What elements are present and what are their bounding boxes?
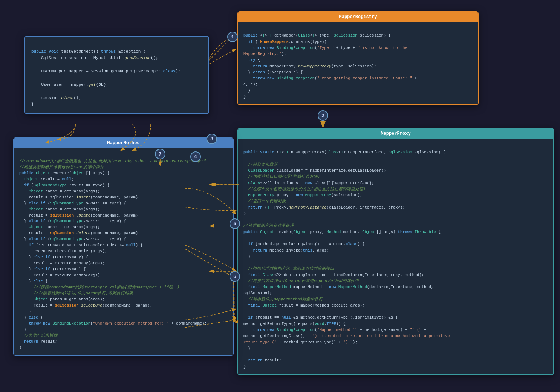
mapper-method-body: //commandName为:接口全限定名.方法名,此时为"com.toby.m…	[14, 148, 233, 355]
circle-2: 2	[318, 110, 328, 121]
mapper-proxy-body: public static <T> T newMapperProxy(Class…	[238, 139, 553, 374]
circle-6: 6	[230, 271, 240, 282]
diagram-container: public void testGetObject() throws Excep…	[0, 0, 560, 392]
mapper-registry-header: MapperRegistry	[238, 12, 478, 22]
test-code-box: public void testGetObject() throws Excep…	[24, 36, 209, 114]
circle-3: 3	[207, 134, 217, 144]
mapper-proxy-header: MapperProxy	[238, 129, 553, 139]
circle-4: 4	[190, 151, 201, 162]
mapper-method-box: MapperMethod //commandName为:接口全限定名.方法名,此…	[13, 137, 234, 356]
svg-line-2	[209, 49, 236, 64]
circle-1: 1	[227, 32, 238, 42]
mapper-proxy-box: MapperProxy public static <T> T newMappe…	[237, 128, 554, 375]
circle-5: 5	[230, 218, 240, 229]
mapper-method-header: MapperMethod	[14, 138, 233, 148]
svg-line-5	[234, 279, 234, 322]
mapper-registry-body: public <T> T getMapper(Class<T> type, Sq…	[238, 22, 478, 104]
mapper-registry-box: MapperRegistry public <T> T getMapper(Cl…	[237, 11, 479, 105]
test-code-body: public void testGetObject() throws Excep…	[25, 37, 208, 113]
circle-7: 7	[155, 149, 165, 159]
